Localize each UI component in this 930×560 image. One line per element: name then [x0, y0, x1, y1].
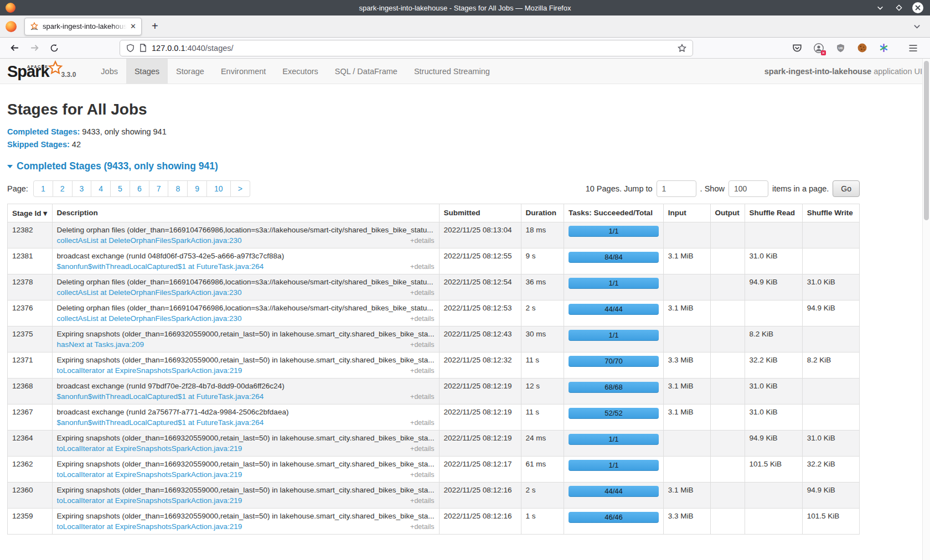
stage-detail-link[interactable]: $anonfun$withThreadLocalCaptured$1 at Fu… [57, 262, 264, 271]
column-header-shuffle-write[interactable]: Shuffle Write [802, 204, 859, 222]
pocket-icon[interactable] [791, 42, 803, 54]
bookmark-star-icon[interactable] [678, 44, 686, 53]
stage-detail-link[interactable]: $anonfun$withThreadLocalCaptured$1 at Fu… [57, 418, 264, 427]
scrollbar-thumb[interactable] [924, 61, 929, 220]
details-toggle[interactable]: +details [410, 341, 434, 349]
stage-detail-link[interactable]: collectAsList at DeleteOrphanFilesSparkA… [57, 288, 242, 297]
extension-asterisk-icon[interactable] [877, 42, 890, 54]
completed-stages-value: 9433, only showing 941 [80, 127, 166, 136]
stage-description: Deleting orphan files (older_than=166910… [57, 226, 435, 234]
stage-description-line2: toLocalIterator at ExpireSnapshotsSparkA… [57, 470, 435, 479]
details-toggle[interactable]: +details [410, 523, 434, 531]
column-header-tasks-succeeded-total[interactable]: Tasks: Succeeded/Total [564, 204, 664, 222]
page-button-5[interactable]: 5 [111, 180, 130, 197]
stage-detail-link[interactable]: toLocalIterator at ExpireSnapshotsSparkA… [57, 444, 242, 453]
account-icon[interactable]: ✕ [813, 42, 825, 54]
nav-tab-environment[interactable]: Environment [213, 59, 274, 84]
nav-tab-stages[interactable]: Stages [126, 59, 168, 84]
forward-button[interactable] [27, 40, 42, 56]
shuffle-write-cell: 31.0 KiB [802, 274, 859, 300]
new-tab-button[interactable]: + [152, 20, 158, 33]
stage-detail-link[interactable]: toLocalIterator at ExpireSnapshotsSparkA… [57, 496, 242, 505]
details-toggle[interactable]: +details [410, 237, 434, 245]
duration-cell: 11 s [521, 404, 564, 430]
details-toggle[interactable]: +details [410, 471, 434, 479]
details-toggle[interactable]: +details [410, 289, 434, 297]
page-button-6[interactable]: 6 [130, 180, 149, 197]
url-bar[interactable]: 127.0.0.1:4040/stages/ [120, 40, 693, 56]
page-button-2[interactable]: 2 [53, 180, 73, 197]
column-header-output[interactable]: Output [710, 204, 745, 222]
tab-close-icon[interactable]: ✕ [130, 23, 136, 30]
duration-cell: 61 ms [521, 456, 564, 482]
column-header-input[interactable]: Input [663, 204, 710, 222]
stage-id-cell: 12378 [8, 274, 53, 300]
submitted-cell: 2022/11/25 08:12:19 [439, 430, 521, 456]
details-toggle[interactable]: +details [410, 445, 434, 453]
nav-tab-storage[interactable]: Storage [168, 59, 213, 84]
details-toggle[interactable]: +details [410, 263, 434, 271]
page-button-10[interactable]: 10 [207, 180, 231, 197]
page-button-8[interactable]: 8 [168, 180, 188, 197]
back-button[interactable] [7, 40, 22, 56]
window-title: spark-ingest-into-lakehouse - Stages for… [0, 4, 930, 12]
shuffle-read-cell [745, 482, 802, 508]
nav-tab-executors[interactable]: Executors [274, 59, 326, 84]
stage-id-cell: 12368 [8, 378, 53, 404]
cookie-icon[interactable] [856, 42, 868, 54]
reload-button[interactable] [46, 40, 62, 56]
details-toggle[interactable]: +details [410, 367, 434, 375]
page-button-1[interactable]: 1 [33, 180, 53, 197]
stage-detail-link[interactable]: toLocalIterator at ExpireSnapshotsSparkA… [57, 522, 242, 531]
submitted-cell: 2022/11/25 08:12:55 [439, 248, 521, 274]
column-header-stage-id[interactable]: Stage Id ▾ [8, 204, 53, 222]
stage-description: Expiring snapshots (older_than=166932055… [57, 330, 435, 338]
tab-list-chevron-icon[interactable] [913, 22, 921, 30]
stage-detail-link[interactable]: toLocalIterator at ExpireSnapshotsSparkA… [57, 366, 242, 375]
nav-tab-structured-streaming[interactable]: Structured Streaming [406, 59, 498, 84]
jump-to-input[interactable] [657, 180, 696, 197]
page-button-3[interactable]: 3 [73, 180, 92, 197]
page-size-input[interactable] [728, 180, 768, 197]
go-button[interactable]: Go [833, 180, 860, 197]
completed-stages-label[interactable]: Completed Stages: [7, 127, 80, 136]
svg-text:U0: U0 [838, 46, 842, 49]
nav-tab-sql-dataframe[interactable]: SQL / DataFrame [327, 59, 406, 84]
page-button-7[interactable]: 7 [149, 180, 169, 197]
stage-detail-link[interactable]: hasNext at Tasks.java:209 [57, 340, 144, 349]
duration-cell: 2 s [521, 482, 564, 508]
column-header-submitted[interactable]: Submitted [439, 204, 521, 222]
items-per-page-label: items in a page. [772, 184, 829, 193]
shield-icon[interactable] [126, 44, 135, 53]
details-toggle[interactable]: +details [410, 497, 434, 505]
tab-bar: spark-ingest-into-lakehous ✕ + [0, 15, 930, 38]
description-cell: Expiring snapshots (older_than=166932055… [52, 430, 439, 456]
column-header-description[interactable]: Description [52, 204, 439, 222]
spark-logo-block[interactable]: APACHE Spark 3.3.0 [0, 59, 82, 84]
table-row-stage-12381: 12381broadcast exchange (runId 048fd06f-… [8, 248, 860, 274]
stage-detail-link[interactable]: $anonfun$withThreadLocalCaptured$1 at Fu… [57, 392, 264, 401]
page-info-icon[interactable] [140, 44, 147, 52]
minimize-icon[interactable] [875, 2, 886, 13]
stage-detail-link[interactable]: collectAsList at DeleteOrphanFilesSparkA… [57, 314, 242, 323]
tasks-progress-bar: 1/1 [569, 460, 659, 471]
page-button-next[interactable]: > [231, 180, 250, 197]
column-header-shuffle-read[interactable]: Shuffle Read [745, 204, 802, 222]
maximize-icon[interactable] [893, 2, 905, 13]
details-toggle[interactable]: +details [410, 419, 434, 427]
ublock-icon[interactable]: U0 [834, 42, 846, 54]
nav-tab-jobs[interactable]: Jobs [92, 59, 126, 84]
stage-detail-link[interactable]: toLocalIterator at ExpireSnapshotsSparkA… [57, 470, 242, 479]
tasks-progress-bar: 1/1 [569, 278, 659, 289]
skipped-stages-label[interactable]: Skipped Stages: [7, 140, 70, 149]
page-button-9[interactable]: 9 [188, 180, 207, 197]
page-button-4[interactable]: 4 [91, 180, 111, 197]
completed-stages-section-header[interactable]: Completed Stages (9433, only showing 941… [7, 160, 860, 172]
details-toggle[interactable]: +details [410, 393, 434, 401]
browser-tab[interactable]: spark-ingest-into-lakehous ✕ [24, 18, 142, 35]
menu-icon[interactable] [907, 42, 919, 54]
close-icon[interactable] [912, 2, 923, 13]
details-toggle[interactable]: +details [410, 315, 434, 323]
stage-detail-link[interactable]: collectAsList at DeleteOrphanFilesSparkA… [57, 236, 242, 245]
column-header-duration[interactable]: Duration [521, 204, 564, 222]
